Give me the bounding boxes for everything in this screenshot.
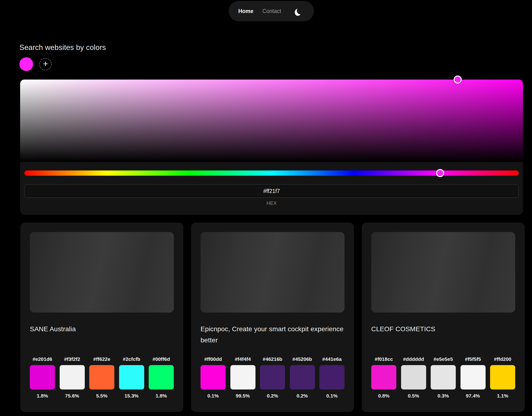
palette-swatch[interactable] <box>290 365 315 389</box>
palette-hex-label: #e201d6 <box>33 356 52 362</box>
palette-color: #f018cc 0.8% <box>371 356 396 399</box>
palette-percentage: 0.2% <box>297 393 308 399</box>
palette-hex-label: #46216b <box>263 356 283 362</box>
palette-percentage: 75.6% <box>65 393 79 399</box>
palette-percentage: 0.1% <box>326 393 338 399</box>
palette-percentage: 97.4% <box>466 393 480 399</box>
palette-percentage: 0.5% <box>408 393 419 399</box>
palette-swatch[interactable] <box>401 365 426 389</box>
results-grid: SANE Australia #e201d6 1.8% #f3f2f2 75.6… <box>20 223 525 412</box>
palette-color: #ff00dd 0.1% <box>200 356 226 399</box>
nav-link-home[interactable]: Home <box>238 8 253 14</box>
palette-row: #ff00dd 0.1% #f4f4f4 99.5% #46216b 0.2% … <box>200 356 344 399</box>
palette-swatch[interactable] <box>460 365 485 389</box>
palette-hex-label: #ff622e <box>93 356 110 362</box>
palette-swatch[interactable] <box>371 365 396 389</box>
result-card[interactable]: Epicnpoc, Create your smart cockpit expe… <box>191 223 354 412</box>
website-thumbnail <box>30 232 174 312</box>
palette-swatch[interactable] <box>260 365 285 389</box>
palette-swatch[interactable] <box>431 365 456 389</box>
palette-color: #441e6a 0.1% <box>319 356 344 399</box>
palette-percentage: 0.1% <box>207 393 219 399</box>
saturation-panel[interactable] <box>20 80 523 162</box>
palette-swatch[interactable] <box>60 365 85 389</box>
palette-percentage: 0.3% <box>437 393 449 399</box>
palette-hex-label: #dddddd <box>403 356 424 362</box>
moon-icon <box>297 7 303 14</box>
palette-hex-label: #e5e5e5 <box>434 356 453 362</box>
result-card[interactable]: CLEOF COSMETICS #f018cc 0.8% #dddddd 0.5… <box>362 223 525 412</box>
palette-percentage: 1.8% <box>156 393 167 399</box>
top-nav: Home Contact <box>229 1 314 21</box>
add-color-button[interactable]: + <box>39 58 52 70</box>
palette-swatch[interactable] <box>30 365 55 389</box>
result-title: SANE Australia <box>30 323 174 335</box>
result-title: CLEOF COSMETICS <box>371 323 515 335</box>
palette-color: #e5e5e5 0.3% <box>431 356 456 399</box>
palette-swatch[interactable] <box>119 365 144 389</box>
palette-color: #dddddd 0.5% <box>401 356 426 399</box>
palette-percentage: 1.1% <box>497 393 508 399</box>
palette-swatch[interactable] <box>149 365 174 389</box>
palette-row: #e201d6 1.8% #f3f2f2 75.6% #ff622e 5.5% … <box>30 356 174 399</box>
palette-percentage: 0.8% <box>378 393 390 399</box>
palette-swatch[interactable] <box>200 365 226 389</box>
website-thumbnail <box>371 232 515 312</box>
hex-input[interactable] <box>24 184 519 198</box>
palette-percentage: 5.5% <box>96 393 107 399</box>
nav-link-contact[interactable]: Contact <box>262 8 281 14</box>
selected-color-chip[interactable] <box>19 57 33 71</box>
palette-color: #00ff6d 1.8% <box>149 356 174 399</box>
palette-percentage: 1.8% <box>37 393 48 399</box>
palette-color: #ffd200 1.1% <box>490 356 515 399</box>
hex-field-label: HEX <box>20 200 523 206</box>
selected-colors-row: + <box>19 57 52 71</box>
palette-percentage: 99.5% <box>236 393 250 399</box>
picker-panel: HEX <box>20 162 523 215</box>
palette-hex-label: #f4f4f4 <box>235 356 251 362</box>
hue-slider[interactable] <box>24 170 519 176</box>
page-title: Search websites by colors <box>19 43 106 52</box>
palette-color: #2cfcfb 15.3% <box>119 356 144 399</box>
result-card[interactable]: SANE Australia #e201d6 1.8% #f3f2f2 75.6… <box>20 223 183 412</box>
palette-color: #ff622e 5.5% <box>89 356 114 399</box>
palette-hex-label: #441e6a <box>322 356 342 362</box>
palette-hex-label: #f3f2f2 <box>64 356 80 362</box>
palette-row: #f018cc 0.8% #dddddd 0.5% #e5e5e5 0.3% #… <box>371 356 515 399</box>
palette-color: #f3f2f2 75.6% <box>60 356 85 399</box>
theme-toggle-button[interactable] <box>294 6 304 16</box>
palette-color: #f4f4f4 99.5% <box>230 356 256 399</box>
palette-swatch[interactable] <box>319 365 344 389</box>
palette-percentage: 15.3% <box>124 393 139 399</box>
palette-color: #45206b 0.2% <box>290 356 315 399</box>
palette-hex-label: #ffd200 <box>494 356 511 362</box>
website-thumbnail <box>200 232 344 312</box>
palette-hex-label: #ff00dd <box>204 356 222 362</box>
hue-selector-handle[interactable] <box>436 169 444 177</box>
palette-color: #46216b 0.2% <box>260 356 285 399</box>
palette-hex-label: #2cfcfb <box>123 356 140 362</box>
palette-swatch[interactable] <box>490 365 515 389</box>
palette-swatch[interactable] <box>89 365 114 389</box>
palette-hex-label: #45206b <box>292 356 312 362</box>
palette-swatch[interactable] <box>230 365 256 389</box>
result-title: Epicnpoc, Create your smart cockpit expe… <box>200 323 344 346</box>
palette-color: #f5f5f5 97.4% <box>460 356 485 399</box>
palette-percentage: 0.2% <box>267 393 278 399</box>
palette-hex-label: #00ff6d <box>152 356 170 362</box>
palette-hex-label: #f5f5f5 <box>465 356 481 362</box>
palette-color: #e201d6 1.8% <box>30 356 55 399</box>
palette-hex-label: #f018cc <box>375 356 393 362</box>
saturation-selector-handle[interactable] <box>454 76 462 84</box>
